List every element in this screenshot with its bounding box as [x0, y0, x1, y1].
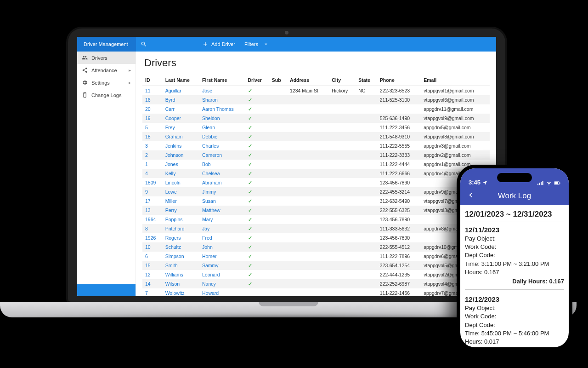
cell-last[interactable]: Wilson [163, 279, 199, 288]
cell-id[interactable]: 8 [142, 224, 163, 233]
table-row[interactable]: 17MillerSusan✓312-632-5490vtappgvol7@gma… [142, 196, 490, 206]
cell-first[interactable]: Abraham [199, 178, 245, 187]
cell-last[interactable]: Rogers [163, 233, 199, 242]
cell-last[interactable]: Schultz [163, 242, 199, 252]
col-id[interactable]: ID [142, 75, 163, 86]
col-last-name[interactable]: Last Name [163, 75, 199, 86]
table-row[interactable]: 12WilliamsLeonard✓222-444-1235vtappgvol2… [142, 270, 490, 279]
table-row[interactable]: 2JohnsonCameron✓111-222-3333appgdrv2@gma… [142, 150, 490, 160]
cell-first[interactable]: Glenn [199, 123, 245, 132]
table-row[interactable]: 5FreyGlenn✓111-222-3456appgdrv5@gmail.co… [142, 123, 490, 132]
cell-first[interactable]: Mary [199, 215, 245, 224]
cell-first[interactable]: Charles [199, 141, 245, 150]
cell-last[interactable]: Jones [163, 160, 199, 169]
table-row[interactable]: 4KellyChelsea✓111-222-6666appgdrv4@gmail… [142, 169, 490, 178]
table-row[interactable]: 9LoweJimmy✓222-455-3214appgdrv9@gmail.co… [142, 187, 490, 196]
col-city[interactable]: City [329, 75, 356, 86]
search-button[interactable] [136, 37, 152, 52]
phone-body[interactable]: 12/01/2023 ~ 12/31/2023 12/11/2023Pay Ob… [460, 205, 569, 347]
cell-last[interactable]: Byrd [163, 95, 199, 104]
table-row[interactable]: 13PerryMatthew✓222-555-6325vtappgvol3@gm… [142, 206, 490, 215]
cell-last[interactable]: Miller [163, 196, 199, 206]
col-driver[interactable]: Driver [245, 75, 269, 86]
cell-id[interactable]: 2 [142, 150, 163, 160]
col-address[interactable]: Address [287, 75, 329, 86]
cell-first[interactable]: Bob [199, 160, 245, 169]
cell-last[interactable]: Kelly [163, 169, 199, 178]
cell-id[interactable]: 16 [142, 95, 163, 104]
cell-id[interactable]: 1964 [142, 215, 163, 224]
cell-id[interactable]: 13 [142, 206, 163, 215]
table-row[interactable]: 1809LincolnAbraham✓123-456-7890 [142, 178, 490, 187]
sidebar-item-attendance[interactable]: Attendance▸ [77, 64, 136, 76]
col-phone[interactable]: Phone [377, 75, 421, 86]
sidebar-item-drivers[interactable]: Drivers [77, 52, 136, 64]
table-row[interactable]: 8PritchardJay✓111-333-5632appgdrv8@gmail… [142, 224, 490, 233]
cell-first[interactable]: Sheldon [199, 114, 245, 123]
cell-last[interactable]: Perry [163, 206, 199, 215]
col-sub[interactable]: Sub [269, 75, 287, 86]
filters-button[interactable]: Filters [240, 37, 263, 52]
cell-last[interactable]: Frey [163, 123, 199, 132]
cell-first[interactable]: Fred [199, 233, 245, 242]
col-first-name[interactable]: First Name [199, 75, 245, 86]
cell-first[interactable]: Nancy [199, 279, 245, 288]
cell-last[interactable]: Johnson [163, 150, 199, 160]
table-row[interactable]: 1JonesBob✓111-222-4444appgdrv1@gmail.com [142, 160, 490, 169]
cell-id[interactable]: 20 [142, 104, 163, 114]
col-state[interactable]: State [356, 75, 377, 86]
cell-first[interactable]: Howard [199, 288, 245, 296]
cell-last[interactable]: Jenkins [163, 141, 199, 150]
cell-last[interactable]: Graham [163, 132, 199, 141]
cell-last[interactable]: Lincoln [163, 178, 199, 187]
cell-first[interactable]: John [199, 242, 245, 252]
cell-id[interactable]: 1 [142, 160, 163, 169]
table-row[interactable]: 6SimpsonHomer✓111-222-7896appgdrv6@gmail… [142, 252, 490, 261]
table-row[interactable]: 7WolowitzHoward111-222-1456appgdrv7@gmai… [142, 288, 490, 296]
cell-last[interactable]: Poppins [163, 215, 199, 224]
cell-id[interactable]: 18 [142, 132, 163, 141]
cell-first[interactable]: Sharon [199, 95, 245, 104]
cell-last[interactable]: Aguillar [163, 86, 199, 96]
cell-first[interactable]: Cameron [199, 150, 245, 160]
table-row[interactable]: 1964PoppinsMary✓123-456-7890 [142, 215, 490, 224]
cell-first[interactable]: Homer [199, 252, 245, 261]
cell-first[interactable]: Jay [199, 224, 245, 233]
cell-id[interactable]: 4 [142, 169, 163, 178]
cell-last[interactable]: Smith [163, 261, 199, 270]
worklog-entry[interactable]: 12/11/2023Pay Object:Work Code:Dept Code… [465, 225, 564, 290]
cell-id[interactable]: 15 [142, 261, 163, 270]
cell-last[interactable]: Carr [163, 104, 199, 114]
table-row[interactable]: 1926RogersFred✓123-456-7890 [142, 233, 490, 242]
table-row[interactable]: 20CarrAaron Thomas✓appgdrv11@gmail.com [142, 104, 490, 114]
table-row[interactable]: 11AguillarJose✓1234 Main StHickoryNC222-… [142, 86, 490, 96]
cell-first[interactable]: Debbie [199, 132, 245, 141]
cell-first[interactable]: Chelsea [199, 169, 245, 178]
cell-last[interactable]: Wolowitz [163, 288, 199, 296]
cell-id[interactable]: 12 [142, 270, 163, 279]
table-row[interactable]: 3JenkinsCharles✓111-222-5555appgdrv3@gma… [142, 141, 490, 150]
cell-last[interactable]: Williams [163, 270, 199, 279]
cell-id[interactable]: 5 [142, 123, 163, 132]
cell-first[interactable]: Leonard [199, 270, 245, 279]
col-email[interactable]: Email [421, 75, 490, 86]
sidebar-item-settings[interactable]: Settings▸ [77, 76, 136, 89]
table-row[interactable]: 15SmithSammy✓323-654-1254vtappgvol5@gmai… [142, 261, 490, 270]
sidebar-item-change-logs[interactable]: Change Logs [77, 89, 136, 101]
table-row[interactable]: 16ByrdSharon✓211-525-3100vtappgvol6@gmai… [142, 95, 490, 104]
cell-id[interactable]: 1809 [142, 178, 163, 187]
cell-last[interactable]: Cooper [163, 114, 199, 123]
cell-first[interactable]: Sammy [199, 261, 245, 270]
cell-last[interactable]: Simpson [163, 252, 199, 261]
drivers-table-wrap[interactable]: IDLast NameFirst NameDriverSubAddressCit… [136, 75, 496, 296]
cell-last[interactable]: Pritchard [163, 224, 199, 233]
table-row[interactable]: 18GrahamDebbie✓211-548-9310vtappgvol8@gm… [142, 132, 490, 141]
cell-last[interactable]: Lowe [163, 187, 199, 196]
cell-id[interactable]: 7 [142, 288, 163, 296]
cell-first[interactable]: Jose [199, 86, 245, 96]
add-driver-button[interactable]: Add Driver [198, 37, 240, 52]
cell-first[interactable]: Aaron Thomas [199, 104, 245, 114]
worklog-entry[interactable]: 12/12/2023Pay Object:Work Code:Dept Code… [465, 294, 564, 347]
cell-id[interactable]: 6 [142, 252, 163, 261]
cell-id[interactable]: 10 [142, 242, 163, 252]
